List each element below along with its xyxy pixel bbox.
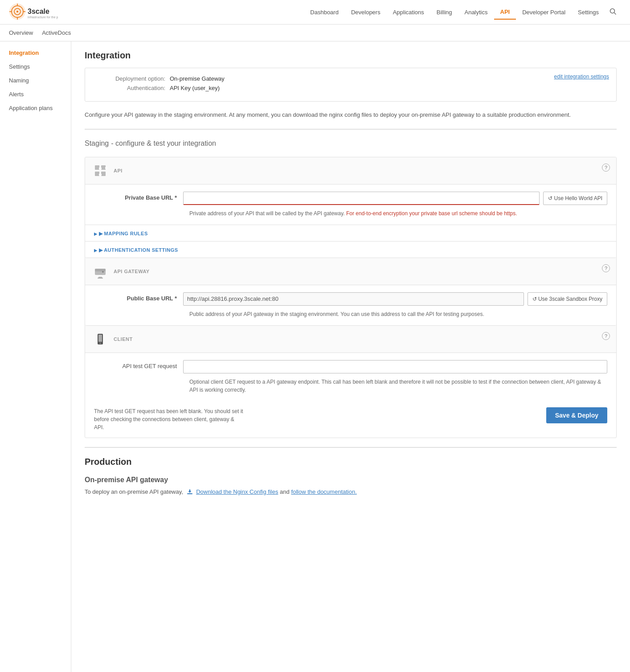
svg-rect-23: [98, 278, 103, 279]
api-test-help: Optional client GET request to a API gat…: [94, 378, 607, 394]
sub-nav-activedocs[interactable]: ActiveDocs: [42, 26, 71, 40]
client-config-body: API test GET request Optional client GET…: [85, 353, 616, 401]
client-block-label: CLIENT: [114, 336, 133, 342]
public-base-url-input-group: ↺ Use 3scale Sandbox Proxy: [183, 292, 607, 306]
api-test-label: API test GET request: [94, 360, 183, 369]
info-box: edit integration settings Deployment opt…: [85, 68, 617, 102]
svg-rect-14: [101, 165, 106, 170]
private-base-url-row: Private Base URL * ↺ Use Hello World API: [94, 192, 607, 205]
edit-integration-link[interactable]: edit integration settings: [554, 74, 609, 80]
config-stack: API ? Private Base URL * ↺ Use Hello Wor…: [85, 157, 617, 438]
api-test-input-group: [183, 360, 607, 373]
nav-settings[interactable]: Settings: [572, 5, 605, 19]
api-config-body: Private Base URL * ↺ Use Hello World API…: [85, 184, 616, 225]
api-config-block: API ? Private Base URL * ↺ Use Hello Wor…: [85, 157, 616, 258]
svg-rect-27: [187, 493, 192, 494]
api-test-row: API test GET request: [94, 360, 607, 373]
sidebar-item-settings[interactable]: Settings: [0, 60, 71, 74]
action-bar: The API test GET request has been left b…: [85, 401, 616, 438]
api-icon: [92, 163, 108, 179]
api-help-icon[interactable]: ?: [602, 164, 610, 172]
gateway-block-label: API GATEWAY: [114, 269, 150, 274]
svg-line-11: [614, 12, 616, 14]
search-icon[interactable]: [605, 4, 621, 20]
svg-rect-17: [99, 173, 102, 176]
api-block-label: API: [114, 168, 123, 173]
use-hello-world-btn[interactable]: ↺ Use Hello World API: [543, 192, 607, 205]
nav-api[interactable]: API: [494, 5, 516, 20]
sub-nav-overview[interactable]: Overview: [9, 26, 33, 40]
gateway-icon: [92, 263, 108, 279]
svg-rect-13: [95, 172, 99, 176]
sidebar-item-integration[interactable]: Integration: [0, 46, 71, 60]
deployment-value: On-premise Gateway: [170, 75, 225, 82]
auth-settings-toggle[interactable]: ▶ AUTHENTICATION SETTINGS: [94, 247, 178, 253]
public-base-url-row: Public Base URL * ↺ Use 3scale Sandbox P…: [94, 292, 607, 306]
warning-text: The API test GET request has been left b…: [94, 407, 245, 431]
private-base-url-input[interactable]: [183, 192, 540, 205]
gateway-config-block: API GATEWAY ? Public Base URL * ↺ Use 3s…: [85, 258, 616, 326]
on-premise-title: On-premise API gateway: [85, 476, 617, 484]
svg-rect-20: [95, 269, 106, 271]
production-description: To deploy an on-premise API gateway, Dow…: [85, 488, 617, 497]
download-icon: [187, 488, 195, 495]
deployment-label: Deployment option:: [94, 75, 165, 82]
top-nav: 3scale infrastructure for the programmab…: [0, 0, 630, 25]
public-base-url-help: Public address of your API gateway in th…: [94, 310, 607, 318]
production-prefix: To deploy an on-premise API gateway,: [85, 488, 183, 495]
gateway-block-header: API GATEWAY ?: [85, 258, 616, 285]
follow-documentation-link[interactable]: follow the documentation.: [291, 488, 356, 495]
info-auth-row: Authentication: API Key (user_key): [94, 85, 607, 91]
svg-text:infrastructure for the program: infrastructure for the programmable web: [28, 16, 58, 19]
nav-applications[interactable]: Applications: [387, 5, 430, 19]
nav-developer-portal[interactable]: Developer Portal: [516, 5, 572, 19]
sub-nav: Overview ActiveDocs: [0, 25, 630, 41]
mapping-rules-toggle[interactable]: ▶ MAPPING RULES: [94, 231, 148, 236]
client-icon: [92, 331, 108, 347]
logo[interactable]: 3scale infrastructure for the programmab…: [9, 3, 58, 21]
staging-header: Staging - configure & test your integrat…: [85, 139, 617, 148]
sidebar-item-application-plans[interactable]: Application plans: [0, 101, 71, 115]
public-base-url-label: Public Base URL *: [94, 292, 183, 302]
layout: Integration Settings Naming Alerts Appli…: [0, 41, 630, 672]
nav-dashboard[interactable]: Dashboard: [304, 5, 345, 19]
nav-billing[interactable]: Billing: [430, 5, 458, 19]
https-link[interactable]: For end-to-end encryption your private b…: [346, 210, 517, 217]
private-base-url-help: Private address of your API that will be…: [94, 209, 607, 217]
save-deploy-btn[interactable]: Save & Deploy: [546, 407, 607, 423]
sidebar: Integration Settings Naming Alerts Appli…: [0, 41, 71, 672]
svg-point-10: [610, 8, 615, 13]
svg-rect-15: [101, 172, 106, 176]
api-block-header: API ?: [85, 157, 616, 184]
private-base-url-label: Private Base URL *: [94, 192, 183, 201]
gateway-help-icon[interactable]: ?: [602, 264, 610, 272]
private-base-url-input-group: ↺ Use Hello World API: [183, 192, 607, 205]
production-title: Production: [85, 457, 617, 467]
gateway-config-body: Public Base URL * ↺ Use 3scale Sandbox P…: [85, 285, 616, 325]
svg-point-3: [16, 11, 18, 12]
production-section: Production On-premise API gateway To dep…: [85, 457, 617, 497]
staging-subtitle: - configure & test your integration: [111, 139, 216, 147]
sidebar-item-alerts[interactable]: Alerts: [0, 87, 71, 101]
mapping-rules-section: ▶ MAPPING RULES: [85, 225, 616, 241]
page-title: Integration: [85, 50, 617, 61]
section-divider-1: [85, 129, 617, 130]
section-divider-2: [85, 447, 617, 448]
auth-settings-section: ▶ AUTHENTICATION SETTINGS: [85, 241, 616, 258]
info-deployment-row: Deployment option: On-premise Gateway: [94, 75, 607, 82]
api-test-input[interactable]: [183, 360, 607, 373]
client-config-block: CLIENT ? API test GET request Optional c…: [85, 326, 616, 438]
svg-point-26: [100, 342, 101, 344]
description-text: Configure your API gateway in the stagin…: [85, 111, 617, 120]
sidebar-item-naming[interactable]: Naming: [0, 74, 71, 87]
download-nginx-link[interactable]: Download the Nginx Config files: [196, 488, 278, 495]
public-base-url-input[interactable]: [183, 292, 524, 306]
svg-rect-25: [98, 335, 102, 342]
svg-rect-16: [99, 167, 102, 170]
client-help-icon[interactable]: ?: [602, 332, 610, 340]
use-sandbox-proxy-btn[interactable]: ↺ Use 3scale Sandbox Proxy: [528, 292, 607, 306]
nav-developers[interactable]: Developers: [345, 5, 387, 19]
svg-rect-12: [95, 165, 99, 170]
nav-analytics[interactable]: Analytics: [458, 5, 494, 19]
auth-label: Authentication:: [94, 85, 165, 91]
